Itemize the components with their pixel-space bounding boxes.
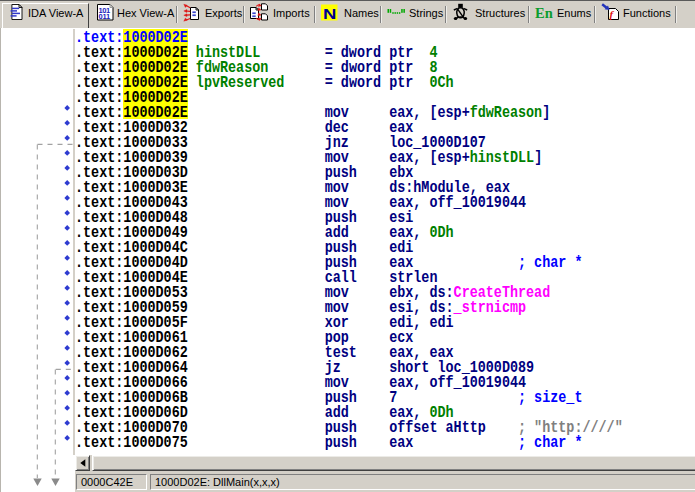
svg-text:N: N bbox=[323, 5, 336, 22]
svg-text:En: En bbox=[535, 5, 553, 21]
svg-text:011: 011 bbox=[99, 12, 111, 21]
